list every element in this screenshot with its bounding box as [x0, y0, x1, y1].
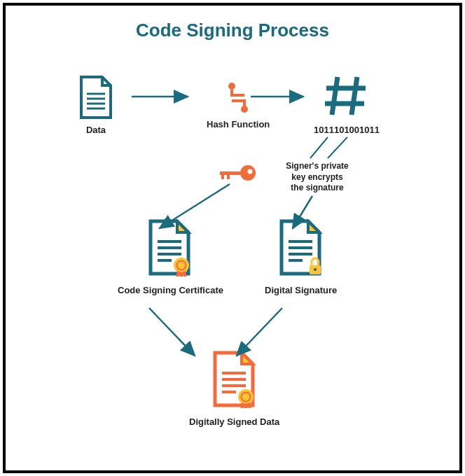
svg-line-37: [160, 184, 230, 228]
flow-arrows: [6, 6, 465, 476]
svg-line-38: [293, 196, 312, 228]
svg-line-39: [149, 308, 195, 356]
svg-line-40: [237, 308, 282, 356]
svg-line-36: [328, 137, 347, 158]
svg-line-35: [310, 137, 328, 158]
diagram-frame: Code Signing Process Data Hash Function: [3, 3, 462, 473]
